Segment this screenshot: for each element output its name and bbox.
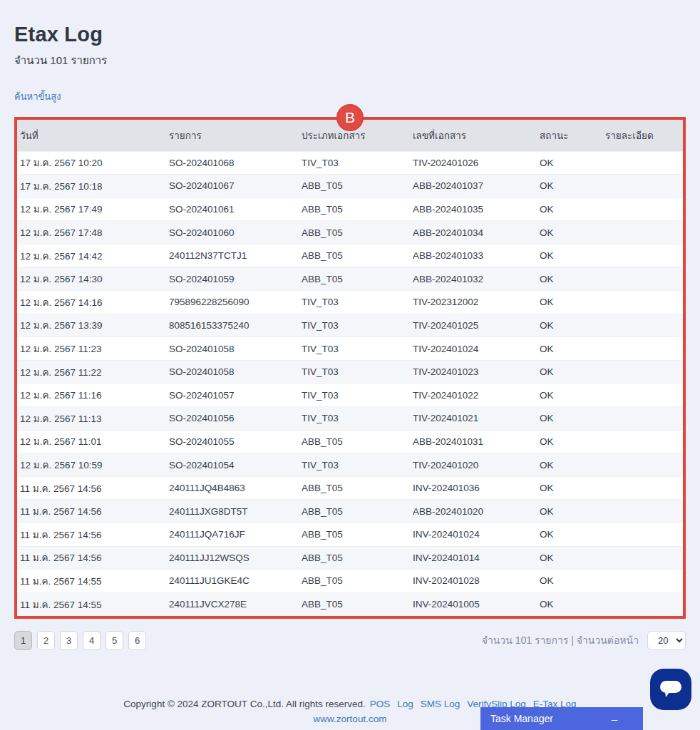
table-cell: OK — [537, 453, 602, 477]
table-cell: TIV-202401026 — [410, 151, 537, 175]
table-cell: ABB_T05 — [299, 267, 410, 291]
table-row[interactable]: 12 ม.ค. 2567 11:22SO-202401058TIV_T03TIV… — [17, 360, 683, 384]
table-cell: 795896228256090 — [166, 291, 299, 314]
footer-link-sms-log[interactable]: SMS Log — [421, 699, 460, 709]
table-cell: TIV_T03 — [299, 360, 410, 384]
table-cell — [602, 221, 683, 245]
page-button-3[interactable]: 3 — [60, 631, 78, 650]
table-row[interactable]: 12 ม.ค. 2567 11:23SO-202401058TIV_T03TIV… — [17, 337, 683, 361]
table-row[interactable]: 12 ม.ค. 2567 11:01SO-202401055ABB_T05ABB… — [17, 430, 683, 453]
table-cell: OK — [537, 430, 602, 453]
table-row[interactable]: 12 ม.ค. 2567 17:48SO-202401060ABB_T05ABB… — [17, 221, 683, 245]
per-page-select[interactable]: 20 — [647, 631, 686, 650]
table-cell: ABB-202401032 — [410, 267, 537, 291]
table-cell — [602, 430, 683, 453]
page-title: Etax Log — [14, 23, 686, 46]
table-cell: 240111JVCX278E — [166, 592, 299, 616]
table-cell — [602, 244, 683, 267]
table-row[interactable]: 12 ม.ค. 2567 11:13SO-202401056TIV_T03TIV… — [17, 407, 683, 431]
table-cell: 12 ม.ค. 2567 11:01 — [17, 430, 166, 453]
table-cell — [602, 453, 683, 477]
table-cell — [602, 337, 683, 361]
table-row[interactable]: 11 ม.ค. 2567 14:56240111JQA716JFABB_T05I… — [17, 523, 683, 547]
task-manager-bar[interactable]: Task Manager – — [480, 707, 643, 730]
footer-link-pos[interactable]: POS — [370, 699, 391, 709]
table-row[interactable]: 11 ม.ค. 2567 14:55240111JU1GKE4CABB_T05I… — [17, 570, 683, 593]
table-cell: TIV-202401021 — [410, 407, 537, 431]
table-cell: OK — [537, 337, 602, 361]
chat-widget-button[interactable] — [650, 669, 691, 710]
table-cell — [602, 500, 683, 523]
page-button-6[interactable]: 6 — [128, 631, 146, 650]
table-row[interactable]: 11 ม.ค. 2567 14:56240111JQ4B4863ABB_T05I… — [17, 476, 683, 500]
table-cell: OK — [537, 267, 602, 291]
table-cell: 240111JQA716JF — [166, 523, 299, 547]
footer-link-log[interactable]: Log — [397, 699, 413, 709]
table-row[interactable]: 12 ม.ค. 2567 13:39808516153375240TIV_T03… — [17, 314, 683, 337]
column-header: สถานะ — [537, 120, 602, 151]
table-cell — [602, 384, 683, 407]
table-row[interactable]: 11 ม.ค. 2567 14:56240111JJ12WSQSABB_T05I… — [17, 546, 683, 570]
website-link[interactable]: www.zortout.com — [314, 712, 387, 726]
table-cell — [602, 570, 683, 593]
pagination-summary: จำนวน 101 รายการ | จำนวนต่อหน้า — [482, 632, 639, 648]
table-cell: OK — [537, 314, 602, 337]
table-row[interactable]: 12 ม.ค. 2567 14:16795896228256090TIV_T03… — [17, 291, 683, 314]
table-cell: OK — [537, 175, 602, 198]
chat-bubble-icon — [659, 678, 683, 701]
table-cell: OK — [537, 360, 602, 384]
table-cell: SO-202401068 — [166, 151, 299, 175]
table-cell: 12 ม.ค. 2567 11:13 — [17, 407, 166, 431]
table-cell: SO-202401060 — [166, 221, 299, 245]
table-cell: OK — [537, 546, 602, 570]
table-row[interactable]: 12 ม.ค. 2567 17:49SO-202401061ABB_T05ABB… — [17, 197, 683, 221]
table-cell: OK — [537, 523, 602, 547]
table-cell: 12 ม.ค. 2567 14:16 — [17, 291, 166, 314]
table-cell: SO-202401067 — [166, 175, 299, 198]
table-cell: ABB-202401033 — [410, 244, 537, 267]
etax-log-table-container: B วันที่รายการประเภทเอกสารเลขที่เอกสารสถ… — [14, 117, 686, 619]
table-cell: 12 ม.ค. 2567 17:48 — [17, 221, 166, 245]
table-row[interactable]: 12 ม.ค. 2567 10:59SO-202401054TIV_T03TIV… — [17, 453, 683, 477]
per-page-control: จำนวน 101 รายการ | จำนวนต่อหน้า 20 — [482, 631, 686, 650]
table-cell — [602, 175, 683, 198]
table-cell: TIV-202401023 — [410, 360, 537, 384]
table-row[interactable]: 12 ม.ค. 2567 14:42240112N37TCTJ1ABB_T05A… — [17, 244, 683, 267]
table-cell: INV-202401024 — [410, 523, 537, 547]
table-row[interactable]: 11 ม.ค. 2567 14:55240111JVCX278EABB_T05I… — [17, 592, 683, 616]
column-header: รายการ — [166, 120, 299, 151]
table-cell: OK — [537, 592, 602, 616]
minimize-button[interactable]: – — [612, 713, 617, 725]
table-row[interactable]: 11 ม.ค. 2567 14:56240111JXG8DT5TABB_T05A… — [17, 500, 683, 523]
table-row[interactable]: 12 ม.ค. 2567 14:30SO-202401059ABB_T05ABB… — [17, 267, 683, 291]
table-row[interactable]: 17 ม.ค. 2567 10:20SO-202401068TIV_T03TIV… — [17, 151, 683, 175]
page-button-2[interactable]: 2 — [37, 631, 55, 650]
table-cell: ABB_T05 — [299, 197, 410, 221]
page-button-5[interactable]: 5 — [105, 631, 123, 650]
record-count-text: จำนวน 101 รายการ — [14, 52, 686, 69]
table-cell: ABB-202401035 — [410, 197, 537, 221]
table-cell: OK — [537, 221, 602, 245]
table-row[interactable]: 12 ม.ค. 2567 11:16SO-202401057TIV_T03TIV… — [17, 384, 683, 407]
table-row[interactable]: 17 ม.ค. 2567 10:18SO-202401067ABB_T05ABB… — [17, 175, 683, 198]
page-button-4[interactable]: 4 — [83, 631, 101, 650]
table-cell: ABB_T05 — [299, 523, 410, 547]
table-cell — [602, 291, 683, 314]
table-cell — [602, 197, 683, 221]
table-cell: 12 ม.ค. 2567 14:42 — [17, 244, 166, 267]
table-cell: TIV-202312002 — [410, 291, 537, 314]
table-cell — [602, 407, 683, 431]
table-cell: 11 ม.ค. 2567 14:55 — [17, 592, 166, 616]
table-cell: TIV_T03 — [299, 384, 410, 407]
table-cell — [602, 546, 683, 570]
table-cell: TIV_T03 — [299, 407, 410, 431]
table-cell: 12 ม.ค. 2567 10:59 — [17, 453, 166, 477]
advanced-search-link[interactable]: ค้นหาขั้นสูง — [14, 89, 61, 104]
table-cell: 11 ม.ค. 2567 14:56 — [17, 500, 166, 523]
table-cell: 17 ม.ค. 2567 10:18 — [17, 175, 166, 198]
table-cell: OK — [537, 244, 602, 267]
page-button-1[interactable]: 1 — [14, 631, 32, 650]
table-cell — [602, 267, 683, 291]
table-cell: 240111JQ4B4863 — [166, 476, 299, 500]
table-cell: 11 ม.ค. 2567 14:56 — [17, 546, 166, 570]
